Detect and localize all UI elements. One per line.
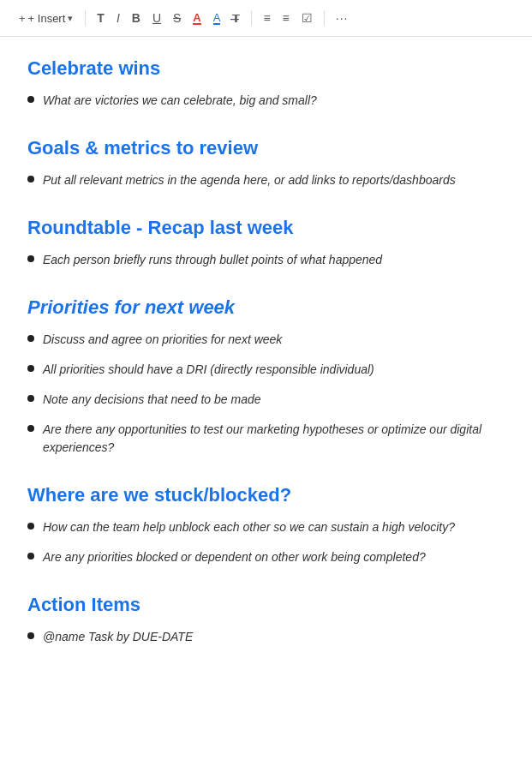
bullet-dot-icon	[27, 523, 34, 530]
more-options-icon: ···	[336, 11, 349, 25]
bullet-text: How can the team help unblock each other…	[43, 518, 455, 536]
bold-button[interactable]: B	[128, 9, 145, 27]
bullet-dot-icon	[27, 395, 34, 402]
plus-icon: +	[19, 12, 26, 25]
toolbar-divider-2	[251, 10, 252, 26]
section-heading-roundtable: Roundtable - Recap last week	[27, 217, 505, 239]
checklist-icon: ☑	[302, 11, 313, 25]
highlight-color-button[interactable]: A	[209, 9, 225, 27]
insert-chevron-icon: ▾	[68, 13, 73, 24]
section-priorities: Priorities for next weekDiscuss and agre…	[27, 296, 505, 457]
bullet-list-button[interactable]: ≡	[259, 9, 274, 27]
bullet-dot-icon	[27, 365, 34, 372]
section-heading-celebrate-wins: Celebrate wins	[27, 57, 505, 80]
bullet-list-goals-metrics: Put all relevant metrics in the agenda h…	[27, 171, 505, 189]
italic-button[interactable]: I	[112, 9, 124, 27]
highlight-color-icon: A	[213, 12, 221, 25]
checklist-button[interactable]: ☑	[297, 9, 317, 27]
clear-format-button[interactable]: T̶	[228, 9, 244, 27]
bullet-dot-icon	[27, 425, 34, 432]
bullet-text: What are victories we can celebrate, big…	[43, 92, 317, 110]
text-style-button[interactable]: T	[93, 9, 109, 27]
section-heading-priorities: Priorities for next week	[27, 296, 505, 319]
bullet-dot-icon	[27, 632, 34, 639]
bullet-text: Put all relevant metrics in the agenda h…	[43, 171, 456, 189]
bullet-item: How can the team help unblock each other…	[27, 518, 505, 536]
section-stuck: Where are we stuck/blocked?How can the t…	[27, 484, 505, 566]
font-color-button[interactable]: A	[188, 9, 205, 27]
section-heading-action-items: Action Items	[27, 594, 505, 616]
text-style-icon: T	[97, 11, 105, 25]
bullet-list-roundtable: Each person briefly runs through bullet …	[27, 251, 505, 269]
bullet-item: Are there any opportunities to test our …	[27, 421, 505, 457]
bullet-dot-icon	[27, 553, 34, 560]
content-area[interactable]: Celebrate winsWhat are victories we can …	[0, 37, 532, 766]
insert-label: + Insert	[28, 12, 66, 25]
section-roundtable: Roundtable - Recap last weekEach person …	[27, 217, 505, 269]
bullet-text: Note any decisions that need to be made	[43, 391, 261, 409]
ordered-list-icon: ≡	[283, 11, 290, 25]
ordered-list-button[interactable]: ≡	[278, 9, 294, 27]
bullet-item: Note any decisions that need to be made	[27, 391, 505, 409]
font-color-icon: A	[193, 12, 200, 25]
underline-icon: U	[152, 11, 161, 25]
bullet-item: Each person briefly runs through bullet …	[27, 251, 505, 269]
bullet-list-action-items: @name Task by DUE-DATE	[27, 628, 505, 646]
section-heading-stuck: Where are we stuck/blocked?	[27, 484, 505, 506]
bullet-text: Are there any opportunities to test our …	[43, 421, 505, 457]
bold-icon: B	[132, 11, 140, 25]
bullet-item: Discuss and agree on priorities for next…	[27, 331, 505, 349]
bullet-text: Discuss and agree on priorities for next…	[43, 331, 282, 349]
bullet-dot-icon	[27, 255, 34, 262]
more-options-button[interactable]: ···	[332, 9, 353, 27]
strikethrough-icon: S	[173, 11, 181, 25]
bullet-dot-icon	[27, 96, 34, 103]
italic-icon: I	[117, 11, 120, 25]
clear-format-icon: T̶	[232, 12, 240, 25]
bullet-list-icon: ≡	[263, 11, 270, 25]
strikethrough-button[interactable]: S	[169, 9, 185, 27]
bullet-item: Put all relevant metrics in the agenda h…	[27, 171, 505, 189]
bullet-list-priorities: Discuss and agree on priorities for next…	[27, 331, 505, 457]
toolbar-divider-1	[85, 10, 86, 26]
bullet-list-stuck: How can the team help unblock each other…	[27, 518, 505, 566]
bullet-text: All priorities should have a DRI (direct…	[43, 361, 374, 379]
section-goals-metrics: Goals & metrics to reviewPut all relevan…	[27, 137, 505, 189]
section-action-items: Action Items@name Task by DUE-DATE	[27, 594, 505, 646]
toolbar-divider-3	[324, 10, 325, 26]
bullet-item: All priorities should have a DRI (direct…	[27, 361, 505, 379]
bullet-dot-icon	[27, 335, 34, 342]
bullet-item: What are victories we can celebrate, big…	[27, 92, 505, 110]
section-celebrate-wins: Celebrate winsWhat are victories we can …	[27, 57, 505, 110]
bullet-text: @name Task by DUE-DATE	[43, 628, 193, 646]
section-heading-goals-metrics: Goals & metrics to review	[27, 137, 505, 159]
bullet-item: Are any priorities blocked or dependent …	[27, 548, 505, 566]
bullet-list-celebrate-wins: What are victories we can celebrate, big…	[27, 92, 505, 110]
bullet-dot-icon	[27, 176, 34, 183]
bullet-text: Are any priorities blocked or dependent …	[43, 548, 426, 566]
bullet-text: Each person briefly runs through bullet …	[43, 251, 382, 269]
insert-button[interactable]: + + Insert ▾	[14, 9, 78, 27]
bullet-item: @name Task by DUE-DATE	[27, 628, 505, 646]
underline-button[interactable]: U	[148, 9, 165, 27]
toolbar: + + Insert ▾ T I B U S A A T̶ ≡ ≡ ☑ ···	[0, 0, 532, 37]
